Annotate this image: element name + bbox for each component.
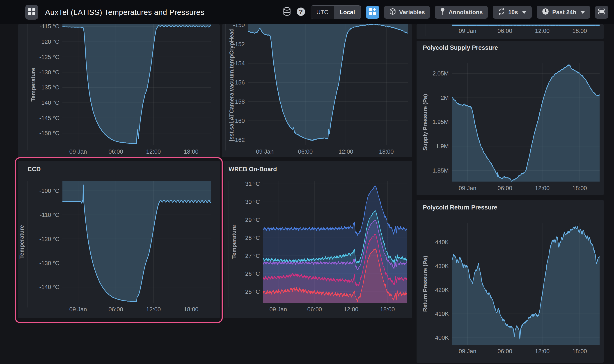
- x-tick-label: 09 Jan: [449, 348, 485, 355]
- x-tick-label: 12:00: [135, 306, 172, 313]
- x-tick-label: 18:00: [368, 148, 404, 155]
- x-tick-label: 09 Jan: [449, 27, 485, 35]
- annotations-button[interactable]: Annotations: [435, 6, 488, 19]
- chart-svg: [452, 63, 600, 182]
- grid-icon: [28, 8, 36, 17]
- y-tick-label: 26 °C: [226, 270, 260, 277]
- y-tick-label: -158: [211, 98, 245, 105]
- chevron-down-icon: [580, 11, 585, 14]
- chevron-down-icon: [522, 11, 527, 14]
- series-fill-supply-pressure: [452, 65, 600, 182]
- panel-cryo-head: lsst.sal.ATCamera.vacuum.tempCryoHead -1…: [222, 24, 412, 157]
- y-tick-label: 25 °C: [226, 288, 260, 295]
- x-tick-label: 18:00: [173, 306, 209, 313]
- database-icon: [283, 7, 291, 18]
- chart-plot[interactable]: [452, 24, 600, 27]
- dashboards-grid-button[interactable]: [25, 5, 38, 20]
- panel-title[interactable]: Polycold Supply Pressure: [423, 44, 498, 51]
- y-tick-label: -135 °C: [26, 84, 59, 91]
- panel-title[interactable]: Polycold Return Pressure: [423, 204, 497, 211]
- y-tick-label: -150 °C: [26, 130, 59, 137]
- y-tick-label: -152: [211, 41, 245, 48]
- app-header: AuxTel (LATISS) Temperatures and Pressur…: [0, 0, 614, 24]
- x-tick-label: 09 Jan: [60, 148, 96, 155]
- y-tick-label: -120 °C: [26, 236, 59, 243]
- x-tick-label: 12:00: [333, 306, 369, 313]
- y-tick-label: 2M: [415, 94, 449, 101]
- y-tick-label: -140 °C: [26, 99, 59, 106]
- y-tick-label: -130 °C: [26, 260, 59, 267]
- panel-title[interactable]: CCD: [27, 166, 41, 173]
- grafana-dashboard: { "header": { "title": "AuxTel (LATISS) …: [0, 0, 614, 364]
- add-panel-icon: [369, 8, 376, 17]
- refresh-interval-label: 10s: [508, 9, 518, 16]
- time-range-button[interactable]: Past 24h: [537, 6, 590, 19]
- x-tick-label: 12:00: [135, 148, 172, 155]
- variables-label: Variables: [399, 9, 425, 16]
- panel-wreb-onboard: WREB On-Board Temperature 31 °C30 °C29 °…: [224, 161, 412, 318]
- x-tick-label: 06:00: [98, 306, 134, 313]
- timezone-option-utc[interactable]: UTC: [311, 6, 334, 19]
- kiosk-mode-button[interactable]: [595, 6, 608, 19]
- x-tick-label: 18:00: [369, 306, 405, 313]
- y-tick-label: 1.9M: [415, 143, 449, 150]
- x-tick-label: 18:00: [562, 27, 598, 35]
- time-range-label: Past 24h: [552, 9, 576, 16]
- timezone-option-local[interactable]: Local: [334, 6, 361, 19]
- x-tick-label: 06:00: [487, 348, 523, 355]
- y-tick-label: 1.85M: [415, 167, 449, 174]
- panel-clipped-top-right: 09 Jan06:0012:0018:00: [416, 24, 604, 39]
- chart-svg: [62, 24, 211, 145]
- x-tick-label: 12:00: [524, 348, 560, 355]
- x-tick-label: 18:00: [562, 185, 598, 192]
- y-tick-label: -130 °C: [26, 69, 59, 76]
- y-tick-label: 420K: [415, 286, 449, 294]
- chart-svg: [248, 24, 408, 145]
- y-tick-label: 400K: [415, 334, 449, 341]
- chart-plot[interactable]: [452, 223, 600, 345]
- header-toolbar: ? UTC Local: [283, 5, 608, 19]
- chart-plot[interactable]: [263, 181, 407, 303]
- y-tick-label: -162: [211, 136, 245, 143]
- y-tick-label: 30 °C: [226, 198, 260, 206]
- y-tick-label: 27 °C: [226, 252, 260, 260]
- y-axis-label: Temperature: [18, 225, 25, 259]
- x-tick-label: 09 Jan: [247, 148, 283, 155]
- y-tick-label: -125 °C: [26, 54, 59, 61]
- chart-plot[interactable]: [62, 24, 211, 145]
- series-fill-return-pressure: [452, 226, 600, 345]
- refresh-button[interactable]: 10s: [493, 6, 532, 19]
- chart-svg: [452, 24, 600, 27]
- y-tick-label: -145 °C: [26, 115, 59, 122]
- annotation-pin-icon: [440, 7, 446, 17]
- x-tick-label: 18:00: [173, 148, 209, 155]
- x-tick-label: 06:00: [487, 185, 523, 192]
- x-tick-label: 09 Jan: [449, 185, 485, 192]
- y-tick-label: 440K: [415, 239, 449, 246]
- panel-title[interactable]: WREB On-Board: [228, 166, 277, 173]
- variables-button[interactable]: Variables: [384, 6, 430, 19]
- chart-plot[interactable]: [452, 63, 600, 182]
- x-tick-label: 18:00: [562, 348, 598, 355]
- x-tick-label: 06:00: [98, 148, 134, 155]
- chart-plot[interactable]: [248, 24, 408, 145]
- help-button[interactable]: ?: [296, 7, 306, 17]
- panel-ccd: CCD Temperature -100 °C-110 °C-120 °C-13…: [18, 161, 220, 318]
- clock-icon: [542, 8, 549, 17]
- panel-supply-pressure: Polycold Supply Pressure Supply Pressure…: [416, 41, 604, 195]
- panel-cryo-temperature: Temperature -115 °C-120 °C-125 °C-130 °C…: [18, 24, 220, 157]
- datasource-button[interactable]: [283, 7, 291, 18]
- add-panel-button[interactable]: [366, 6, 379, 19]
- timezone-toggle: UTC Local: [311, 5, 361, 19]
- chart-svg: [452, 223, 600, 345]
- refresh-icon: [498, 8, 505, 17]
- y-tick-label: -140 °C: [26, 284, 59, 291]
- y-tick-label: -156: [211, 79, 245, 86]
- x-tick-label: 12:00: [328, 148, 364, 155]
- chart-svg: [263, 181, 407, 303]
- series-line-clipped-line: [452, 25, 600, 26]
- panel-return-pressure: Polycold Return Pressure Return Pressure…: [416, 200, 604, 363]
- svg-text:?: ?: [299, 8, 303, 15]
- y-tick-label: -154: [211, 60, 245, 67]
- chart-plot[interactable]: [62, 181, 211, 303]
